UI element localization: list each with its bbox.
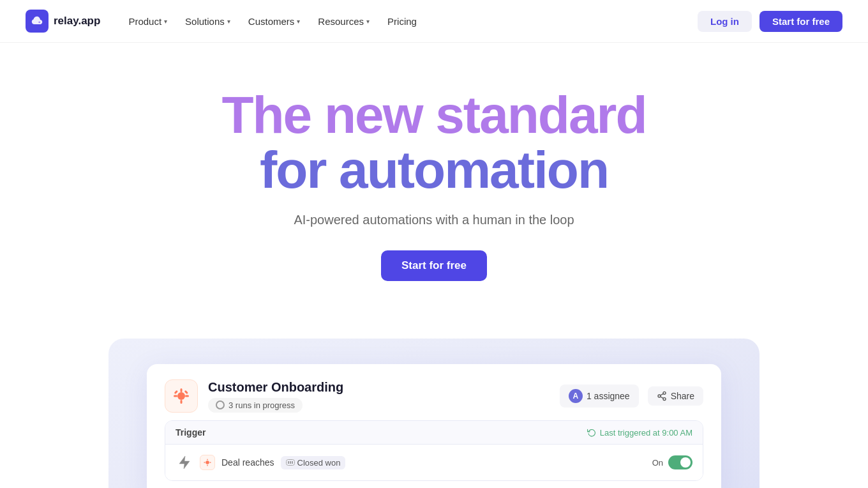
card-title: Customer Onboarding [208,380,343,395]
navbar: relay.app Product ▾ Solutions ▾ Customer… [0,0,868,43]
closed-badge: Closed won [281,456,346,469]
svg-rect-14 [207,459,207,461]
hero-cta-button[interactable]: Start for free [381,250,487,281]
svg-rect-6 [174,390,178,394]
hero-subtitle: AI-powered automations with a human in t… [26,213,842,227]
runs-dot-icon [216,400,225,409]
svg-rect-16 [204,462,205,462]
card-header-left: Customer Onboarding 3 runs in progress [165,379,343,413]
card-title-wrap: Customer Onboarding 3 runs in progress [208,380,343,413]
nav-pricing[interactable]: Pricing [380,11,424,32]
svg-point-0 [38,21,40,23]
share-button[interactable]: Share [648,386,703,406]
svg-line-11 [660,397,663,399]
on-label: On [652,458,663,468]
trigger-label: Trigger [176,427,206,438]
toggle-knob [680,457,691,468]
refresh-icon [587,428,596,437]
login-button[interactable]: Log in [698,11,752,32]
share-icon [657,391,667,401]
nav-left: relay.app Product ▾ Solutions ▾ Customer… [26,10,424,33]
chevron-down-icon: ▾ [164,18,167,25]
svg-point-10 [663,398,666,400]
trigger-row: Deal reaches Closed won On [165,445,703,480]
runs-badge: 3 runs in progress [208,398,303,413]
runs-label: 3 runs in progress [228,400,295,410]
svg-rect-17 [210,462,211,462]
card-header-right: A 1 assignee Share [560,385,703,408]
hero-title-line1: The new standard [221,86,646,144]
deal-text: Deal reaches [221,457,274,468]
nav-solutions[interactable]: Solutions ▾ [177,11,238,32]
svg-rect-4 [174,395,177,397]
svg-point-1 [177,392,185,400]
svg-rect-15 [207,465,207,466]
svg-point-13 [206,461,209,464]
trigger-row-right: On [652,455,692,469]
chevron-down-icon: ▾ [227,18,230,25]
logo-icon [26,10,49,33]
flash-icon [176,454,193,471]
svg-rect-3 [181,400,183,404]
svg-rect-7 [184,390,188,394]
svg-point-9 [658,395,661,397]
trigger-meta: Last triggered at 9:00 AM [587,428,692,438]
nav-right: Log in Start for free [698,11,842,32]
logo[interactable]: relay.app [26,10,100,33]
preview-section: Customer Onboarding 3 runs in progress A… [108,339,760,488]
svg-point-8 [663,392,666,395]
trigger-row-left: Deal reaches Closed won [176,454,345,471]
hubspot-logo [165,379,198,413]
chevron-down-icon: ▾ [297,18,300,25]
share-label: Share [671,391,694,401]
nav-links: Product ▾ Solutions ▾ Customers ▾ Resour… [121,11,424,32]
svg-rect-2 [181,388,183,392]
nav-product[interactable]: Product ▾ [121,11,175,32]
trigger-time: Last triggered at 9:00 AM [600,428,692,438]
hero-section: The new standard for automation AI-power… [0,43,868,313]
svg-line-12 [660,394,663,396]
toggle-switch[interactable] [668,455,692,469]
hero-title: The new standard for automation [26,88,842,197]
assignee-label: 1 assignee [587,391,630,401]
assignee-avatar: A [569,389,583,403]
svg-rect-5 [185,395,189,397]
logo-text: relay.app [54,15,100,27]
hubspot-small-icon [200,455,215,470]
closed-icon [286,459,295,466]
workflow-card: Customer Onboarding 3 runs in progress A… [147,364,721,488]
nav-customers[interactable]: Customers ▾ [241,11,308,32]
hero-title-line2: for automation [260,141,608,199]
chevron-down-icon: ▾ [366,18,370,25]
card-header: Customer Onboarding 3 runs in progress A… [165,379,703,413]
trigger-header: Trigger Last triggered at 9:00 AM [165,421,703,445]
closed-won-label: Closed won [297,458,341,468]
assignee-button[interactable]: A 1 assignee [560,385,639,408]
nav-resources[interactable]: Resources ▾ [310,11,377,32]
start-button[interactable]: Start for free [760,11,842,32]
trigger-container: Trigger Last triggered at 9:00 AM [165,420,703,481]
